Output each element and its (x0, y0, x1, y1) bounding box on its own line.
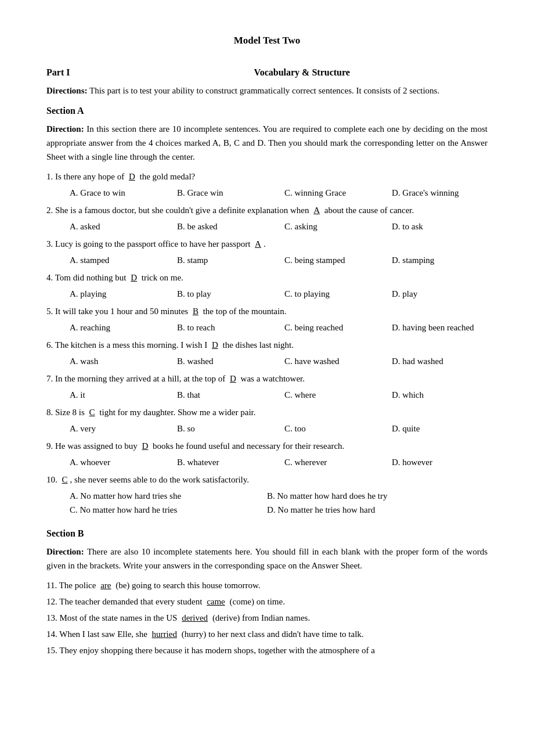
question-5-options: A. reaching B. to reach C. being reached… (70, 321, 488, 334)
option-2b: B. be asked (177, 219, 284, 233)
question-6: 6. The kitchen is a mess this morning. I… (46, 338, 488, 352)
question-9: 9. He was assigned to buy D books he fou… (46, 439, 488, 453)
answer-12: came (204, 597, 228, 606)
option-5a: A. reaching (70, 321, 177, 334)
option-5d: D. having been reached (392, 321, 499, 334)
section-a-direction-text: In this section there are 10 incomplete … (46, 124, 488, 161)
directions: Directions: This part is to test your ab… (46, 84, 488, 98)
question-12: 12. The teacher demanded that every stud… (46, 595, 488, 609)
question-8: 8. Size 8 is C tight for my daughter. Sh… (46, 405, 488, 419)
option-6c: C. have washed (284, 354, 392, 368)
part-label: Part I (46, 67, 70, 78)
option-2d: D. to ask (392, 219, 499, 233)
question-2-options: A. asked B. be asked C. asking D. to ask (70, 219, 488, 233)
section-b-title: Section B (46, 528, 488, 539)
option-3d: D. stamping (392, 253, 499, 267)
question-5: 5. It will take you 1 hour and 50 minute… (46, 304, 488, 318)
answer-8: C (87, 408, 98, 417)
answer-3: A (252, 239, 264, 249)
part-title: Vocabulary & Structure (116, 67, 488, 78)
option-8c: C. too (284, 422, 392, 435)
section-a-title: Section A (46, 106, 488, 116)
option-4b: B. to play (177, 287, 284, 301)
question-2: 2. She is a famous doctor, but she could… (46, 203, 488, 217)
option-10d: D. No matter he tries how hard (267, 503, 464, 517)
option-2a: A. asked (70, 219, 177, 233)
option-4c: C. to playing (284, 287, 392, 301)
answer-10: C (60, 475, 70, 484)
question-11: 11. The police are (be) going to search … (46, 578, 488, 592)
question-4-options: A. playing B. to play C. to playing D. p… (70, 287, 488, 301)
option-1c: C. winning Grace (284, 186, 392, 200)
question-10-options: A. No matter how hard tries she B. No ma… (70, 489, 488, 517)
section-a-direction-bold: Direction: (46, 124, 84, 134)
option-3a: A. stamped (70, 253, 177, 267)
answer-14: hurried (150, 629, 179, 639)
option-2c: C. asking (284, 219, 392, 233)
section-a-direction: Direction: In this section there are 10 … (46, 122, 488, 164)
option-9b: B. whatever (177, 455, 284, 469)
question-4: 4. Tom did nothing but D trick on me. (46, 271, 488, 285)
option-9d: D. however (392, 455, 499, 469)
option-8d: D. quite (392, 422, 499, 435)
option-6a: A. wash (70, 354, 177, 368)
option-10c: C. No matter how hard he tries (70, 503, 267, 517)
option-9a: A. whoever (70, 455, 177, 469)
option-7a: A. it (70, 388, 177, 402)
answer-5: B (190, 307, 201, 316)
answer-2: A (311, 206, 322, 215)
question-15: 15. They enjoy shopping there because it… (46, 643, 488, 657)
part-header: Part I Vocabulary & Structure (46, 67, 488, 78)
option-1d: D. Grace's winning (392, 186, 499, 200)
option-8b: B. so (177, 422, 284, 435)
question-13: 13. Most of the state names in the US de… (46, 611, 488, 625)
question-7: 7. In the morning they arrived at a hill… (46, 372, 488, 386)
question-1-options: A. Grace to win B. Grace win C. winning … (70, 186, 488, 200)
section-b-direction-text: There are also 10 incomplete statements … (46, 547, 488, 570)
page-title: Model Test Two (46, 35, 488, 46)
answer-7: D (228, 374, 239, 383)
option-5c: C. being reached (284, 321, 392, 334)
question-9-options: A. whoever B. whatever C. wherever D. ho… (70, 455, 488, 469)
answer-4: D (128, 273, 139, 282)
option-7b: B. that (177, 388, 284, 402)
option-5b: B. to reach (177, 321, 284, 334)
option-4d: D. play (392, 287, 499, 301)
option-3b: B. stamp (177, 253, 284, 267)
directions-bold: Directions: (46, 86, 88, 95)
section-b-direction-bold: Direction: (46, 547, 84, 556)
answer-9: D (139, 441, 150, 451)
question-1: 1. Is there any hope of D the gold medal… (46, 170, 488, 183)
question-7-options: A. it B. that C. where D. which (70, 388, 488, 402)
option-10a: A. No matter how hard tries she (70, 489, 267, 503)
option-7d: D. which (392, 388, 499, 402)
option-3c: C. being stamped (284, 253, 392, 267)
option-7c: C. where (284, 388, 392, 402)
section-b-direction: Direction: There are also 10 incomplete … (46, 545, 488, 573)
question-14: 14. When I last saw Elle, she hurried (h… (46, 627, 488, 641)
question-3: 3. Lucy is going to the passport office … (46, 237, 488, 251)
option-1b: B. Grace win (177, 186, 284, 200)
answer-1: D (127, 172, 138, 181)
answer-6: D (210, 340, 221, 350)
question-10: 10. C, she never seems able to do the wo… (46, 473, 488, 487)
option-10b: B. No matter how hard does he try (267, 489, 464, 503)
question-3-options: A. stamped B. stamp C. being stamped D. … (70, 253, 488, 267)
answer-13: derived (179, 613, 210, 622)
option-6b: B. washed (177, 354, 284, 368)
question-8-options: A. very B. so C. too D. quite (70, 422, 488, 435)
page: Model Test Two Part I Vocabulary & Struc… (0, 0, 534, 756)
option-1a: A. Grace to win (70, 186, 177, 200)
option-6d: D. had washed (392, 354, 499, 368)
question-6-options: A. wash B. washed C. have washed D. had … (70, 354, 488, 368)
option-9c: C. wherever (284, 455, 392, 469)
directions-text: This part is to test your ability to con… (88, 86, 440, 95)
option-4a: A. playing (70, 287, 177, 301)
option-8a: A. very (70, 422, 177, 435)
answer-11: are (98, 581, 113, 590)
